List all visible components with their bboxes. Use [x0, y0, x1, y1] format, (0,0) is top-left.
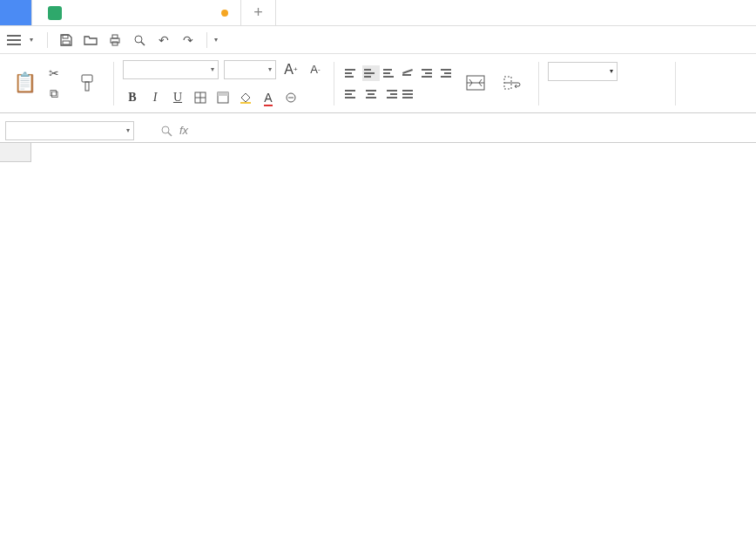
indent-decrease-button[interactable]	[420, 65, 437, 81]
svg-rect-8	[85, 82, 89, 91]
bold-button[interactable]: B	[123, 88, 142, 107]
caret-down-icon: ▾	[610, 67, 613, 75]
home-tab[interactable]	[0, 0, 32, 25]
indent-increase-button[interactable]	[439, 65, 456, 81]
svg-line-6	[141, 42, 145, 45]
orientation-button[interactable]	[401, 65, 418, 81]
align-left-button[interactable]	[343, 86, 361, 102]
ribbon: 📋 ✂ ⧉ ▾	[0, 54, 756, 113]
redo-icon[interactable]: ↷	[179, 31, 197, 49]
font-color-button[interactable]: A	[259, 88, 278, 107]
undo-icon[interactable]: ↶	[155, 31, 172, 49]
svg-rect-13	[218, 92, 228, 96]
merge-icon	[466, 75, 485, 91]
caret-down-icon: ▾	[268, 65, 272, 73]
unsaved-indicator-icon	[221, 10, 228, 17]
divider	[334, 62, 334, 105]
underline-button[interactable]: U	[168, 88, 187, 107]
thousands-button[interactable]	[597, 88, 618, 105]
qat-customize-caret-icon[interactable]: ▾	[214, 36, 218, 44]
number-format-select[interactable]: ▾	[548, 62, 618, 81]
cell-style-button[interactable]	[213, 88, 233, 107]
currency-button[interactable]	[548, 88, 569, 105]
scissors-icon: ✂	[47, 66, 61, 80]
spreadsheet-grid	[0, 143, 756, 162]
formula-bar: ▾ fx	[0, 119, 756, 143]
wrap-text-button[interactable]	[495, 58, 530, 110]
column-headers	[0, 143, 756, 162]
copy-icon: ⧉	[47, 86, 61, 101]
decrease-font-button[interactable]: A-	[306, 60, 325, 79]
wrap-icon	[503, 75, 522, 91]
open-icon[interactable]	[82, 31, 99, 49]
save-icon[interactable]	[57, 31, 75, 49]
plus-icon: +	[253, 3, 263, 22]
decrease-decimal-button[interactable]	[621, 88, 642, 105]
merge-center-button[interactable]	[458, 58, 493, 110]
brush-icon	[78, 73, 96, 92]
borders-button[interactable]	[191, 88, 210, 107]
divider	[206, 32, 207, 48]
divider	[538, 62, 539, 105]
workbook-tab[interactable]	[32, 0, 241, 25]
italic-button[interactable]: I	[145, 88, 165, 107]
caret-down-icon: ▾	[211, 65, 214, 73]
increase-decimal-button[interactable]	[645, 88, 666, 105]
align-right-button[interactable]	[381, 86, 399, 102]
print-preview-icon[interactable]	[131, 31, 148, 49]
pinyin-button[interactable]	[281, 88, 300, 107]
alignment-group	[343, 58, 530, 109]
svg-point-20	[162, 126, 169, 133]
name-box[interactable]: ▾	[5, 121, 134, 140]
divider	[675, 62, 676, 105]
svg-rect-7	[82, 75, 92, 82]
paste-button[interactable]: 📋	[7, 58, 42, 110]
cancel-edit-icon[interactable]	[160, 125, 172, 137]
divider	[113, 62, 114, 105]
file-menu-caret-icon[interactable]: ▾	[30, 36, 33, 44]
document-tabs: +	[0, 0, 756, 26]
percent-button[interactable]	[572, 88, 593, 105]
spreadsheet-icon	[48, 6, 62, 20]
caret-down-icon: ▾	[126, 126, 130, 134]
fill-color-button[interactable]	[236, 88, 255, 107]
svg-line-21	[168, 132, 172, 136]
fx-icon[interactable]: fx	[179, 124, 188, 137]
font-name-select[interactable]: ▾	[123, 60, 219, 79]
new-tab-button[interactable]: +	[241, 0, 276, 25]
align-center-button[interactable]	[362, 86, 380, 102]
align-top-button[interactable]	[343, 65, 361, 81]
clipboard-group: 📋 ✂ ⧉	[7, 58, 105, 109]
number-group: ▾	[548, 58, 666, 109]
select-all-corner[interactable]	[0, 143, 31, 162]
font-group: ▾ ▾ A+ A- B I U A	[123, 58, 325, 109]
justify-button[interactable]	[401, 86, 418, 102]
cut-button[interactable]: ✂	[44, 65, 68, 82]
align-middle-button[interactable]	[362, 65, 380, 81]
increase-font-button[interactable]: A+	[281, 60, 300, 79]
divider	[47, 32, 48, 48]
svg-rect-3	[112, 35, 118, 38]
menu-bar: ▾ ↶ ↷ ▾	[0, 26, 756, 54]
svg-rect-14	[240, 102, 251, 104]
clipboard-icon: 📋	[13, 71, 37, 94]
font-size-select[interactable]: ▾	[224, 60, 276, 79]
svg-point-5	[135, 36, 142, 43]
align-bottom-button[interactable]	[381, 65, 399, 81]
format-painter-button[interactable]	[70, 58, 105, 110]
copy-button[interactable]: ⧉	[44, 85, 68, 103]
svg-rect-1	[63, 41, 70, 44]
print-icon[interactable]	[106, 31, 124, 49]
menu-icon[interactable]	[7, 35, 21, 45]
